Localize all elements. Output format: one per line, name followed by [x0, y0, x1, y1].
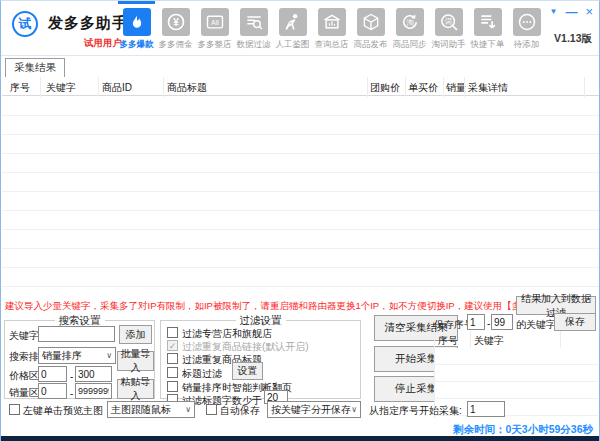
minimize-icon[interactable]: — — [565, 5, 577, 19]
svg-text:淘: 淘 — [406, 18, 414, 27]
autosave-mode-select[interactable]: 按关键字分开保存 ∨ — [267, 401, 361, 418]
filter-duplicate-link-checkbox[interactable]: ✓ — [167, 340, 178, 351]
toolbar-item-commission[interactable]: ¥ 多多佣金 — [156, 1, 195, 56]
save-from-input[interactable] — [467, 314, 485, 330]
sort-select[interactable]: 销量排序 ∨ — [38, 347, 116, 364]
menu-dropdown-icon[interactable]: ▼ — [549, 5, 557, 19]
save-suffix-label: 的关键字 — [516, 318, 556, 332]
results-table-header: 序号 关键字 商品ID 商品标题 团购价 单买价 销量 采集详情 — [2, 77, 600, 96]
price-min-input[interactable] — [38, 366, 67, 382]
sort-select-value: 销量排序 — [42, 349, 82, 363]
toolbar-item-label: 快捷下单 — [471, 39, 505, 51]
start-index-input[interactable] — [467, 401, 505, 417]
search-settings-group: 搜索设置 关键字: 添加 搜索排序: 销量排序 ∨ 批量导入 价格区间: - 销… — [4, 320, 155, 399]
more-ellipsis-icon — [513, 8, 541, 36]
svg-text:All: All — [211, 19, 219, 27]
start-index-label: 从指定序号开始采集: — [369, 404, 462, 418]
column-header: 序号 — [438, 334, 458, 348]
svg-text:¥: ¥ — [173, 17, 179, 28]
column-header: 单买价 — [408, 81, 438, 95]
toolbar-item-word-helper[interactable]: 词 淘词助手 — [429, 1, 468, 56]
remaining-time-label: 剩余时间：0天3小时59分36秒 — [453, 423, 593, 437]
toolbar-item-product-sync[interactable]: 淘 商品同步 — [390, 1, 429, 56]
product-sync-icon: 淘 — [396, 8, 424, 36]
smart-paging-checkbox[interactable] — [167, 381, 178, 392]
column-header: 销量 — [446, 81, 466, 95]
autosave-checkbox-label: 自动保存 — [220, 404, 260, 418]
autosave-mode-value: 按关键字分开保存 — [271, 403, 351, 417]
toolbar-item-label: 人工鉴图 — [276, 39, 310, 51]
window-controls: ▼ — × — [549, 5, 593, 19]
column-header: 序号 — [10, 81, 30, 95]
keyword-input[interactable] — [38, 326, 115, 342]
column-header: 团购价 — [370, 81, 400, 95]
toolbar-item-store-query[interactable]: 查询总店 — [312, 1, 351, 56]
title-filter-checkbox[interactable] — [167, 367, 178, 378]
checkbox-label: 过滤重复商品链接(默认开启) — [182, 340, 309, 354]
active-tab-indicator — [118, 1, 155, 4]
column-header: 商品ID — [102, 81, 132, 95]
results-table-body — [2, 97, 600, 292]
toolbar-item-pending[interactable]: 待添加 — [507, 1, 546, 56]
group-title: 过滤设置 — [236, 314, 286, 328]
preview-main-image-checkbox[interactable] — [9, 404, 20, 415]
autosave-checkbox[interactable] — [206, 404, 217, 415]
checkbox-label: 标题过滤 — [182, 367, 222, 381]
batch-import-button[interactable]: 批量导入 — [117, 351, 154, 371]
title-filter-settings-button[interactable]: 设置 — [232, 362, 263, 380]
preview-mode-value: 主图跟随鼠标 — [111, 403, 171, 417]
preview-checkbox-label: 左键单击预览主图 — [23, 404, 103, 418]
manual-review-person-icon — [279, 8, 307, 36]
toolbar-item-manual-review[interactable]: 人工鉴图 — [273, 1, 312, 56]
toolbar-item-label: 商品发布 — [354, 39, 388, 51]
filter-flagship-checkbox[interactable] — [167, 327, 178, 338]
sales-min-input[interactable] — [38, 383, 67, 399]
sales-max-input[interactable] — [75, 383, 112, 399]
toolbar-item-label: 商品同步 — [393, 39, 427, 51]
toolbar-item-label: 数据过滤 — [237, 39, 271, 51]
commission-yen-icon: ¥ — [162, 8, 190, 36]
toolbar-item-product-publish[interactable]: 商品发布 — [351, 1, 390, 56]
filter-duplicate-title-checkbox[interactable] — [167, 353, 178, 364]
checkbox-label: 过滤专营店和旗舰店 — [182, 327, 272, 341]
app-title: 发多多助手 — [48, 14, 128, 33]
keyword-label: 关键字: — [9, 329, 42, 343]
flame-icon — [123, 8, 151, 36]
filter-settings-group: 过滤设置 过滤专营店和旗舰店 ✓ 过滤重复商品链接(默认开启) 过滤重复商品标题… — [160, 320, 361, 399]
product-publish-cube-icon — [357, 8, 385, 36]
toolbar-item-label: 多多佣金 — [159, 39, 193, 51]
toolbar-item-label: 查询总店 — [315, 39, 349, 51]
tab-collection-results[interactable]: 采集结果 — [5, 58, 65, 77]
chevron-down-icon: ∨ — [106, 351, 112, 360]
toolbar-item-label: 淘词助手 — [432, 39, 466, 51]
chevron-down-icon: ∨ — [185, 405, 191, 414]
tao-word-search-icon: 词 — [435, 8, 463, 36]
save-button[interactable]: 保存 — [554, 313, 596, 331]
data-filter-icon — [240, 8, 268, 36]
close-icon[interactable]: × — [585, 5, 593, 19]
paste-import-button[interactable]: 粘贴导入 — [117, 379, 154, 399]
toolbar-item-label: 多多爆款 — [120, 39, 154, 51]
toolbar-item-hot-products[interactable]: 多多爆款 — [117, 1, 156, 56]
column-header: 采集详情 — [468, 81, 508, 95]
quick-order-icon — [474, 8, 502, 36]
save-to-input[interactable] — [491, 314, 513, 330]
results-table[interactable]: 序号 关键字 商品ID 商品标题 团购价 单买价 销量 采集详情 — [2, 77, 600, 292]
chevron-down-icon: ∨ — [351, 405, 357, 414]
ip-warning-text: 建议导入少量关键字，采集多了对IP有限制，如IP被限制了，请重启猫和路由器更换1… — [5, 300, 588, 313]
toolbar-item-whole-store[interactable]: All 多多整店 — [195, 1, 234, 56]
price-max-input[interactable] — [75, 366, 112, 382]
status-bar: 剩余时间：0天3小时59分36秒 — [1, 420, 599, 437]
trial-logo-icon: 试 — [12, 11, 38, 37]
toolbar-item-data-filter[interactable]: 数据过滤 — [234, 1, 273, 56]
column-header: 商品标题 — [167, 81, 207, 95]
notice-bar: 建议导入少量关键字，采集多了对IP有限制，如IP被限制了，请重启猫和路由器更换1… — [1, 292, 599, 316]
toolbar-item-quick-order[interactable]: 快捷下单 — [468, 1, 507, 56]
sales-range-separator: - — [70, 388, 73, 399]
toolbar-item-label: 待添加 — [514, 39, 540, 51]
toolbar-item-label: 多多整店 — [198, 39, 232, 51]
header: 试 发多多助手 试用用户 多多爆款 ¥ 多多佣金 All 多多整店 — [1, 1, 599, 56]
preview-mode-select[interactable]: 主图跟随鼠标 ∨ — [107, 401, 195, 418]
version-label: V1.13版 — [554, 32, 592, 46]
add-keyword-button[interactable]: 添加 — [119, 325, 152, 344]
